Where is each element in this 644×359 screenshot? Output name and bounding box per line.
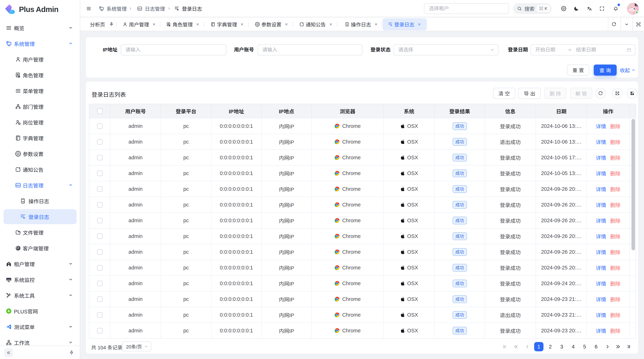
svg-text:DEV: DEV	[138, 8, 142, 10]
svg-text:DEV: DEV	[16, 185, 20, 186]
